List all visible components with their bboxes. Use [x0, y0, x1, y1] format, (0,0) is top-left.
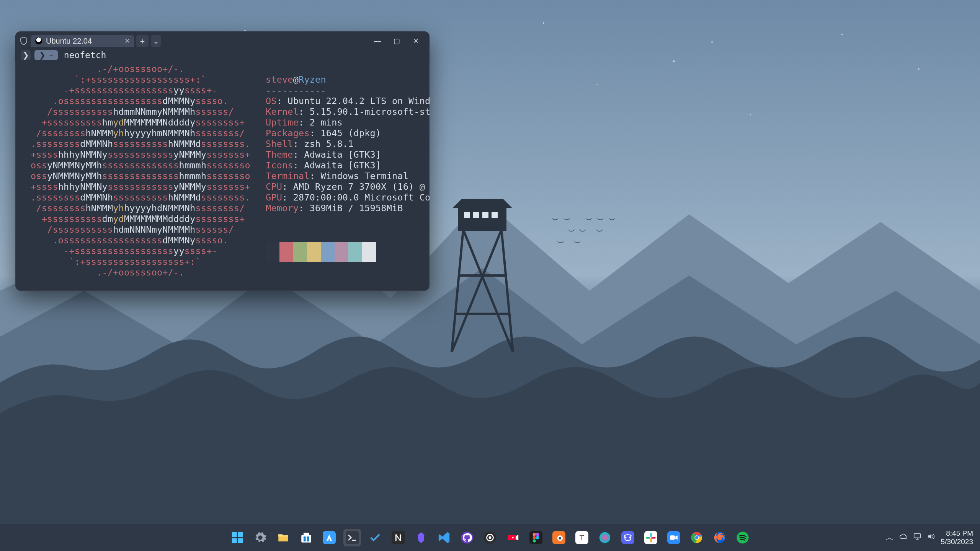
neofetch-divider: ----------- [266, 85, 326, 96]
window-close-button[interactable]: ✕ [410, 35, 422, 47]
svg-rect-29 [304, 536, 306, 539]
terminal-window[interactable]: Ubuntu 22.04 ✕ ＋ ⌄ — ▢ ✕ ❯ ❯ ~ neofetch … [15, 31, 430, 291]
desktop-wallpaper[interactable]: ︶︶ ︶︶︶ ︶︶ ︶ ︶ ︶ Ubuntu 22.04 ✕ ＋ ⌄ — ▢ ✕ [0, 0, 980, 551]
svg-rect-14 [473, 212, 479, 218]
wallpaper-birds: ︶︶ ︶︶︶ ︶︶ ︶ ︶ ︶ [551, 214, 619, 249]
svg-line-18 [501, 230, 513, 352]
neofetch-ascii-logo: .-/+oossssoo+/-. `:+ssssssssssssssssss+:… [31, 64, 250, 283]
prompt-cwd: ❯ ~ [34, 50, 58, 60]
tab-dropdown-button[interactable]: ⌄ [151, 35, 161, 47]
svg-point-51 [559, 537, 561, 540]
taskbar-app-firefox[interactable] [711, 529, 728, 546]
window-maximize-button[interactable]: ▢ [390, 35, 403, 47]
svg-point-8 [597, 84, 598, 85]
taskbar-app-file-explorer[interactable] [274, 529, 292, 546]
taskbar-app-notion[interactable] [389, 529, 407, 546]
svg-rect-31 [304, 539, 306, 541]
taskbar-app-slack[interactable] [642, 529, 660, 546]
tray-chevron-icon[interactable]: ︿ [885, 532, 894, 543]
tray-cloud-icon[interactable] [899, 532, 908, 543]
svg-rect-57 [650, 533, 652, 537]
prompt-bar: ❯ ❯ ~ neofetch [15, 48, 430, 62]
svg-point-46 [533, 536, 536, 540]
tab-close-icon[interactable]: ✕ [124, 37, 130, 45]
window-titlebar[interactable]: Ubuntu 22.04 ✕ ＋ ⌄ — ▢ ✕ [15, 31, 430, 48]
taskbar-app-arc-browser[interactable] [320, 529, 338, 546]
svg-rect-62 [670, 535, 675, 540]
taskbar-app-github-desktop[interactable] [458, 529, 476, 546]
svg-rect-32 [307, 539, 309, 541]
taskbar-app-blender[interactable] [550, 529, 568, 546]
tux-icon [35, 37, 42, 44]
system-tray[interactable]: ︿ 8:45 PM 5/30/2023 [885, 529, 973, 546]
taskbar-app-start-menu[interactable] [229, 529, 246, 546]
neofetch-info: steve@Ryzen ----------- OS: Ubuntu 22.04… [266, 64, 430, 283]
taskbar-app-zoom[interactable] [665, 529, 683, 546]
taskbar-app-obsidian[interactable] [412, 529, 430, 546]
clock-time: 8:45 PM [941, 529, 973, 538]
svg-point-9 [750, 114, 751, 116]
terminal-body[interactable]: .-/+oossssoo+/-. `:+ssssssssssssssssss+:… [15, 62, 430, 289]
svg-line-20 [452, 230, 501, 352]
svg-rect-59 [650, 538, 652, 542]
svg-rect-27 [301, 535, 311, 543]
svg-rect-30 [307, 536, 309, 539]
new-tab-button[interactable]: ＋ [136, 35, 149, 47]
taskbar-app-todo[interactable] [366, 529, 384, 546]
svg-point-44 [533, 533, 536, 536]
taskbar-app-microsoft-store[interactable] [297, 529, 315, 546]
window-minimize-button[interactable]: — [371, 35, 384, 47]
svg-point-48 [533, 539, 536, 543]
svg-rect-58 [646, 537, 650, 539]
svg-point-54 [599, 532, 610, 543]
svg-rect-69 [914, 534, 921, 538]
neofetch-host: Ryzen [299, 74, 326, 85]
prompt-command: neofetch [64, 50, 106, 60]
svg-point-45 [536, 533, 539, 536]
svg-rect-25 [232, 538, 237, 543]
svg-line-19 [463, 230, 513, 352]
svg-rect-26 [238, 538, 243, 543]
shield-icon [19, 36, 28, 46]
taskbar-app-obs-studio[interactable] [481, 529, 499, 546]
tray-volume-icon[interactable] [927, 532, 935, 543]
terminal-tab[interactable]: Ubuntu 22.04 ✕ [31, 35, 134, 47]
svg-line-17 [452, 230, 463, 352]
svg-text:T: T [580, 533, 584, 542]
svg-rect-13 [464, 212, 470, 218]
taskbar-app-settings[interactable] [252, 529, 269, 546]
svg-rect-23 [232, 532, 237, 537]
svg-rect-28 [304, 533, 309, 535]
neofetch-color-swatches [266, 242, 430, 262]
tab-title: Ubuntu 22.04 [46, 37, 92, 46]
svg-point-11 [673, 60, 675, 62]
svg-point-66 [695, 536, 699, 540]
neofetch-user: steve [266, 74, 293, 85]
taskbar-app-wondershare[interactable] [596, 529, 614, 546]
clock-date: 5/30/2023 [941, 538, 973, 546]
taskbar-clock[interactable]: 8:45 PM 5/30/2023 [941, 529, 973, 546]
svg-rect-60 [651, 537, 655, 539]
taskbar-app-spotify[interactable] [734, 529, 751, 546]
svg-point-4 [711, 41, 713, 43]
tray-network-icon[interactable] [913, 532, 921, 543]
taskbar-apps: T [229, 529, 751, 546]
svg-rect-15 [482, 212, 488, 218]
prompt-chevron-icon: ❯ [21, 50, 31, 60]
taskbar-app-discord[interactable] [619, 529, 637, 546]
svg-point-3 [543, 22, 544, 24]
taskbar-app-chrome[interactable] [688, 529, 706, 546]
taskbar-app-figma[interactable] [527, 529, 545, 546]
taskbar-app-windows-terminal[interactable] [343, 529, 361, 546]
svg-rect-16 [492, 212, 498, 218]
taskbar-app-youtube[interactable] [504, 529, 522, 546]
taskbar-app-vscode[interactable] [435, 529, 453, 546]
svg-rect-55 [621, 531, 634, 544]
taskbar[interactable]: T ︿ 8:45 PM 5/30/2023 [0, 524, 980, 551]
wallpaper-tower [444, 199, 521, 352]
taskbar-app-typora[interactable]: T [573, 529, 591, 546]
svg-rect-34 [346, 531, 359, 544]
svg-rect-24 [238, 532, 243, 537]
svg-point-47 [536, 536, 539, 540]
svg-point-5 [841, 34, 843, 35]
